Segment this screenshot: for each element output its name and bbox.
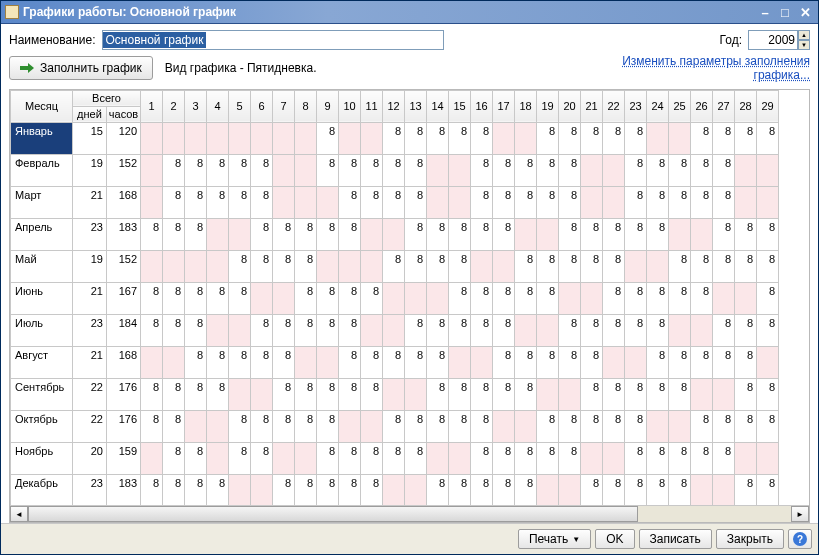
day-cell[interactable]: 8 (317, 218, 339, 250)
day-cell[interactable]: 8 (625, 410, 647, 442)
day-cell[interactable]: 8 (251, 442, 273, 474)
day-cell[interactable]: 8 (537, 442, 559, 474)
day-cell[interactable] (669, 122, 691, 154)
day-cell[interactable]: 8 (735, 474, 757, 505)
days-cell[interactable]: 21 (73, 186, 107, 218)
day-cell[interactable]: 8 (449, 218, 471, 250)
day-cell[interactable]: 8 (603, 378, 625, 410)
day-cell[interactable] (713, 378, 735, 410)
day-cell[interactable] (405, 282, 427, 314)
day-cell[interactable]: 8 (383, 250, 405, 282)
hours-cell[interactable]: 152 (107, 250, 141, 282)
day-cell[interactable]: 8 (273, 474, 295, 505)
day-cell[interactable] (273, 442, 295, 474)
day-cell[interactable] (603, 186, 625, 218)
day-cell[interactable] (537, 218, 559, 250)
day-cell[interactable] (691, 474, 713, 505)
day-cell[interactable] (185, 410, 207, 442)
day-cell[interactable]: 8 (405, 186, 427, 218)
day-cell[interactable] (163, 250, 185, 282)
day-cell[interactable] (273, 122, 295, 154)
day-cell[interactable]: 8 (405, 122, 427, 154)
day-cell[interactable]: 8 (141, 474, 163, 505)
day-cell[interactable] (317, 346, 339, 378)
day-cell[interactable]: 8 (757, 282, 779, 314)
day-cell[interactable] (383, 218, 405, 250)
day-cell[interactable]: 8 (493, 346, 515, 378)
day-cell[interactable]: 8 (581, 474, 603, 505)
day-cell[interactable]: 8 (229, 186, 251, 218)
day-cell[interactable] (537, 378, 559, 410)
day-cell[interactable]: 8 (163, 474, 185, 505)
day-cell[interactable]: 8 (559, 250, 581, 282)
days-cell[interactable]: 22 (73, 378, 107, 410)
day-cell[interactable]: 8 (647, 154, 669, 186)
day-cell[interactable]: 8 (163, 378, 185, 410)
day-cell[interactable]: 8 (713, 314, 735, 346)
day-cell[interactable] (691, 378, 713, 410)
day-cell[interactable]: 8 (603, 122, 625, 154)
day-cell[interactable]: 8 (603, 314, 625, 346)
scrollbar-track[interactable] (28, 506, 791, 522)
save-button[interactable]: Записать (639, 529, 712, 549)
day-cell[interactable]: 8 (185, 314, 207, 346)
day-cell[interactable]: 8 (713, 186, 735, 218)
day-cell[interactable]: 8 (515, 442, 537, 474)
day-cell[interactable] (405, 474, 427, 505)
day-cell[interactable]: 8 (735, 410, 757, 442)
day-cell[interactable]: 8 (471, 474, 493, 505)
horizontal-scrollbar[interactable]: ◄ ► (10, 505, 809, 522)
day-cell[interactable]: 8 (515, 282, 537, 314)
day-cell[interactable]: 8 (603, 218, 625, 250)
day-cell[interactable]: 8 (273, 378, 295, 410)
day-cell[interactable]: 8 (317, 442, 339, 474)
day-cell[interactable]: 8 (735, 346, 757, 378)
day-cell[interactable]: 8 (383, 410, 405, 442)
days-cell[interactable]: 19 (73, 154, 107, 186)
day-cell[interactable]: 8 (405, 410, 427, 442)
day-cell[interactable]: 8 (647, 346, 669, 378)
close-window-button[interactable]: Закрыть (716, 529, 784, 549)
day-cell[interactable]: 8 (361, 378, 383, 410)
day-cell[interactable]: 8 (581, 122, 603, 154)
day-cell[interactable] (229, 378, 251, 410)
day-cell[interactable]: 8 (669, 378, 691, 410)
day-cell[interactable]: 8 (669, 250, 691, 282)
day-cell[interactable]: 8 (405, 154, 427, 186)
day-cell[interactable]: 8 (713, 410, 735, 442)
day-cell[interactable] (141, 186, 163, 218)
change-params-link[interactable]: Изменить параметры заполнения графика... (610, 54, 810, 83)
day-cell[interactable]: 8 (625, 186, 647, 218)
close-button[interactable]: ✕ (796, 4, 814, 20)
day-cell[interactable] (515, 314, 537, 346)
day-cell[interactable] (361, 218, 383, 250)
day-cell[interactable]: 8 (647, 378, 669, 410)
hours-cell[interactable]: 167 (107, 282, 141, 314)
day-cell[interactable]: 8 (757, 314, 779, 346)
day-cell[interactable]: 8 (515, 250, 537, 282)
day-cell[interactable]: 8 (471, 218, 493, 250)
name-input[interactable]: Основной график (102, 30, 444, 50)
day-cell[interactable]: 8 (735, 314, 757, 346)
day-cell[interactable] (735, 442, 757, 474)
day-cell[interactable]: 8 (163, 154, 185, 186)
day-cell[interactable] (757, 442, 779, 474)
day-cell[interactable]: 8 (405, 442, 427, 474)
day-cell[interactable]: 8 (471, 378, 493, 410)
day-cell[interactable]: 8 (559, 218, 581, 250)
day-cell[interactable] (273, 186, 295, 218)
day-cell[interactable]: 8 (295, 282, 317, 314)
day-cell[interactable]: 8 (185, 154, 207, 186)
day-cell[interactable]: 8 (141, 282, 163, 314)
day-cell[interactable]: 8 (559, 154, 581, 186)
day-cell[interactable]: 8 (449, 474, 471, 505)
day-cell[interactable] (141, 122, 163, 154)
day-cell[interactable]: 8 (339, 282, 361, 314)
day-cell[interactable]: 8 (625, 474, 647, 505)
hours-cell[interactable]: 183 (107, 218, 141, 250)
day-cell[interactable]: 8 (625, 154, 647, 186)
day-cell[interactable]: 8 (427, 410, 449, 442)
day-cell[interactable]: 8 (559, 346, 581, 378)
day-cell[interactable] (427, 282, 449, 314)
day-cell[interactable]: 8 (537, 346, 559, 378)
